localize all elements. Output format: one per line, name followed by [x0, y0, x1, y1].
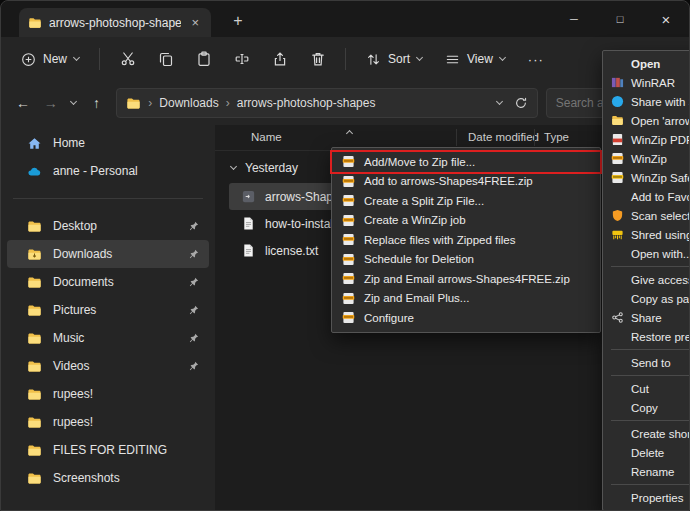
menu-item-label: Add to arrows-Shapes4FREE.zip	[364, 175, 533, 187]
sidebar-item-home[interactable]: Home	[7, 129, 209, 157]
ctx-winrar[interactable]: WinRAR	[603, 73, 690, 92]
tab-close-icon[interactable]: ×	[188, 15, 202, 30]
ctx-create-shortcut[interactable]: Create short	[603, 424, 690, 443]
menu-item-schedule-deletion[interactable]: Schedule for Deletion	[332, 250, 600, 270]
sidebar-item-onedrive[interactable]: anne - Personal	[7, 157, 209, 185]
sidebar-item-label: FILES FOR EDITING	[53, 443, 167, 457]
more-options-button[interactable]: ···	[518, 45, 554, 74]
folder-icon	[27, 415, 42, 430]
menu-item-zip-and-email[interactable]: Zip and Email arrows-Shapes4FREE.zip	[332, 269, 600, 289]
navigation-pane: Home anne - Personal Desktop Downloads D…	[1, 125, 215, 510]
menu-item-label: WinZip Safe	[631, 172, 690, 184]
rename-button[interactable]	[224, 42, 259, 76]
ctx-add-favorites[interactable]: Add to Favo	[603, 187, 690, 206]
menu-item-add-to-zip[interactable]: Add to arrows-Shapes4FREE.zip	[332, 172, 600, 192]
sidebar-item-label: Music	[53, 331, 84, 345]
column-header-date-modified[interactable]: Date modified	[468, 131, 539, 143]
column-divider[interactable]	[534, 129, 535, 146]
menu-item-label: Zip and Email Plus...	[364, 292, 469, 304]
explorer-tab[interactable]: arrows-photoshop-shapes ×	[19, 8, 211, 37]
close-button[interactable]: ×	[643, 1, 689, 37]
sidebar-item-downloads[interactable]: Downloads	[7, 240, 209, 268]
minimize-button[interactable]: ─	[551, 1, 597, 37]
ctx-shred[interactable]: Shred using	[603, 225, 690, 244]
ctx-copy[interactable]: Copy	[603, 398, 690, 417]
menu-item-label: Send to	[631, 357, 671, 369]
ctx-winzip[interactable]: WinZip ›	[603, 149, 690, 168]
breadcrumb-current-folder[interactable]: arrows-photoshop-shapes	[237, 96, 376, 110]
ctx-give-access[interactable]: Give access t	[603, 270, 690, 289]
sidebar-item-documents[interactable]: Documents	[7, 268, 209, 296]
ctx-open-with[interactable]: Open with...	[603, 244, 690, 263]
ctx-winzip-safe[interactable]: WinZip Safe	[603, 168, 690, 187]
new-tab-button[interactable]: +	[225, 9, 251, 33]
blank-icon	[610, 427, 624, 441]
sidebar-item-screenshots[interactable]: Screenshots	[7, 464, 209, 492]
menu-item-create-winzip-job[interactable]: Create a WinZip job	[332, 211, 600, 231]
winzip-icon	[342, 272, 355, 285]
plus-circle-icon	[21, 52, 36, 67]
share-icon	[610, 311, 624, 325]
chevron-down-icon	[73, 53, 80, 60]
ctx-copy-as-path[interactable]: Copy as path	[603, 289, 690, 308]
menu-item-add-move-to-zip[interactable]: Add/Move to Zip file...	[332, 152, 600, 172]
ctx-rename[interactable]: Rename	[603, 462, 690, 481]
sidebar-item-music[interactable]: Music	[7, 324, 209, 352]
sidebar-item-files-for-editing[interactable]: FILES FOR EDITING	[7, 436, 209, 464]
sidebar-item-desktop[interactable]: Desktop	[7, 212, 209, 240]
delete-button[interactable]	[300, 42, 335, 76]
blank-icon	[610, 190, 624, 204]
ctx-scan-selected[interactable]: Scan selecte	[603, 206, 690, 225]
ctx-delete[interactable]: Delete	[603, 443, 690, 462]
ctx-properties[interactable]: Properties	[603, 488, 690, 507]
sidebar-item-label: rupees!	[53, 387, 93, 401]
forward-button[interactable]: →	[37, 89, 65, 117]
recent-locations-button[interactable]	[65, 89, 83, 117]
menu-separator	[611, 349, 690, 350]
menu-item-create-split-zip[interactable]: Create a Split Zip File...	[332, 191, 600, 211]
rename-icon	[234, 51, 250, 67]
menu-item-replace-with-zipped[interactable]: Replace files with Zipped files	[332, 230, 600, 250]
maximize-button[interactable]: □	[597, 1, 643, 37]
ctx-share[interactable]: Share	[603, 308, 690, 327]
breadcrumb-downloads[interactable]: Downloads	[159, 96, 218, 110]
copy-button[interactable]	[148, 42, 183, 76]
column-header-name[interactable]: Name	[251, 131, 282, 143]
menu-item-zip-and-email-plus[interactable]: Zip and Email Plus...	[332, 289, 600, 309]
sidebar-item-pictures[interactable]: Pictures	[7, 296, 209, 324]
column-header-type[interactable]: Type	[544, 131, 569, 143]
menu-item-label: Add to Favo	[631, 191, 690, 203]
menu-item-label: Configure	[364, 312, 414, 324]
chevron-down-icon	[416, 53, 423, 60]
view-button[interactable]: View	[435, 45, 515, 74]
up-button[interactable]: ↑	[83, 89, 111, 117]
ctx-winzip-pdf[interactable]: WinZip PDF	[603, 130, 690, 149]
ctx-share-with[interactable]: Share with Sk	[603, 92, 690, 111]
column-divider[interactable]	[456, 129, 457, 146]
blank-icon	[610, 273, 624, 287]
menu-item-label: Add/Move to Zip file...	[364, 156, 475, 168]
sidebar-item-videos[interactable]: Videos	[7, 352, 209, 380]
menu-item-label: Cut	[631, 383, 649, 395]
address-dropdown-icon[interactable]	[496, 97, 503, 104]
ctx-restore-previous[interactable]: Restore prev	[603, 327, 690, 346]
back-button[interactable]: ←	[9, 89, 37, 117]
share-button[interactable]	[262, 42, 297, 76]
ctx-open-folder[interactable]: Open 'arrow	[603, 111, 690, 130]
folder-icon	[27, 247, 42, 262]
new-button[interactable]: New	[11, 45, 89, 74]
menu-item-configure[interactable]: Configure	[332, 308, 600, 328]
ctx-cut[interactable]: Cut	[603, 379, 690, 398]
folder-icon	[27, 331, 42, 346]
ctx-open[interactable]: Open	[603, 54, 690, 73]
address-bar[interactable]: › Downloads › arrows-photoshop-shapes	[116, 88, 537, 118]
sidebar-item-rupees-1[interactable]: rupees!	[7, 380, 209, 408]
sidebar-item-label: Desktop	[53, 219, 97, 233]
group-header-yesterday[interactable]: Yesterday	[231, 161, 298, 175]
refresh-icon[interactable]	[514, 96, 528, 110]
ctx-send-to[interactable]: Send to	[603, 353, 690, 372]
cut-button[interactable]	[110, 42, 145, 76]
sidebar-item-rupees-2[interactable]: rupees!	[7, 408, 209, 436]
sort-button[interactable]: Sort	[356, 45, 432, 74]
paste-button[interactable]	[186, 42, 221, 76]
